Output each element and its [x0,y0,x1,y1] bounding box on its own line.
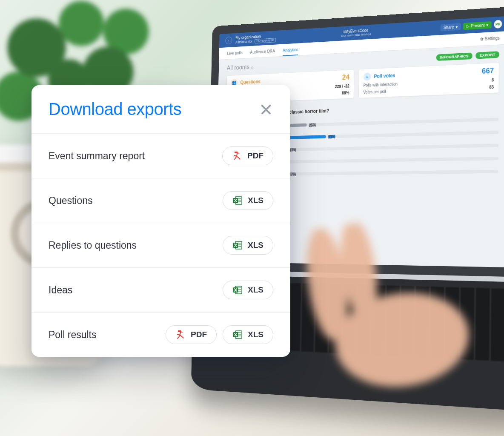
export-row: Replies to questionsXLS [32,223,290,267]
chevron-icon: ◇ [251,65,254,69]
votes-title: Poll votes [374,72,395,79]
pwi-label: Polls with interaction [364,82,398,88]
questions-title: Questions [241,79,261,85]
xls-icon [232,240,243,250]
poll-pct: 17% [289,148,297,152]
anon-value: 88% [342,91,349,95]
tab-analytics[interactable]: Analytics [283,47,298,56]
export-row: Poll resultsPDFXLS [32,312,290,357]
infographics-button[interactable]: INFOGRAPHICS [436,52,472,61]
likes-value: 229 / -32 [335,84,349,89]
poll-icon: ≡ [364,72,371,81]
xls-button[interactable]: XLS [223,281,273,299]
xls-icon [232,195,243,206]
avatar[interactable]: PK [494,20,502,29]
share-label: Share [444,25,454,30]
votes-count: 667 [482,66,494,76]
pdf-button[interactable]: PDF [166,325,217,344]
xls-button[interactable]: XLS [223,191,273,210]
pdf-icon [175,330,186,340]
export-row-label: Poll results [49,329,96,341]
export-row: Event summary reportPDF [32,133,290,178]
user-role: Administrator [235,39,252,44]
room-filter-label: All rooms [227,63,249,71]
gear-icon: ✿ [480,37,484,41]
modal-title: Download exports [49,100,181,119]
xls-icon [232,285,243,295]
vpp-value: 83 [489,85,494,89]
close-icon[interactable] [259,102,273,117]
room-filter[interactable]: All rooms ◇ [227,63,254,72]
pwi-value: 8 [492,77,494,82]
votes-card: ≡ Poll votes 667 Polls with interaction8… [358,63,499,98]
xls-icon [232,330,243,340]
download-exports-modal: Download exports Event summary reportPDF… [32,85,290,357]
xls-button[interactable]: XLS [223,325,273,344]
format-label: PDF [247,151,263,161]
format-label: XLS [248,285,263,295]
export-row: QuestionsXLS [32,178,290,223]
settings-link[interactable]: ✿ Settings [480,36,500,41]
export-row-label: Replies to questions [49,240,137,251]
pdf-icon [232,151,242,161]
format-label: XLS [248,196,263,205]
format-label: XLS [248,241,263,250]
plan-badge: ENTERPRISE [255,38,276,43]
export-row-label: Questions [49,195,93,207]
settings-label: Settings [485,36,499,41]
export-row-label: Ideas [49,284,72,296]
format-label: XLS [248,330,263,339]
xls-button[interactable]: XLS [223,236,273,255]
questions-count: 24 [342,73,350,82]
share-button[interactable]: Share ▾ [440,23,461,31]
poll-pct: 25% [309,123,316,126]
export-button[interactable]: EXPORT [475,51,499,59]
export-row: IdeasXLS [32,267,290,312]
vpp-label: Votes per poll [363,89,386,94]
poll-pct: 33% [328,135,335,138]
back-button[interactable]: ‹ [225,37,232,45]
export-row-label: Event summary report [49,150,145,162]
present-label: Present [471,23,484,28]
tab-live-polls[interactable]: Live polls [227,50,243,56]
format-label: PDF [191,330,207,339]
tab-audience-qa[interactable]: Audience Q&A [250,48,275,54]
present-button[interactable]: ▷ Present ▾ [463,21,492,30]
pdf-button[interactable]: PDF [222,146,273,165]
